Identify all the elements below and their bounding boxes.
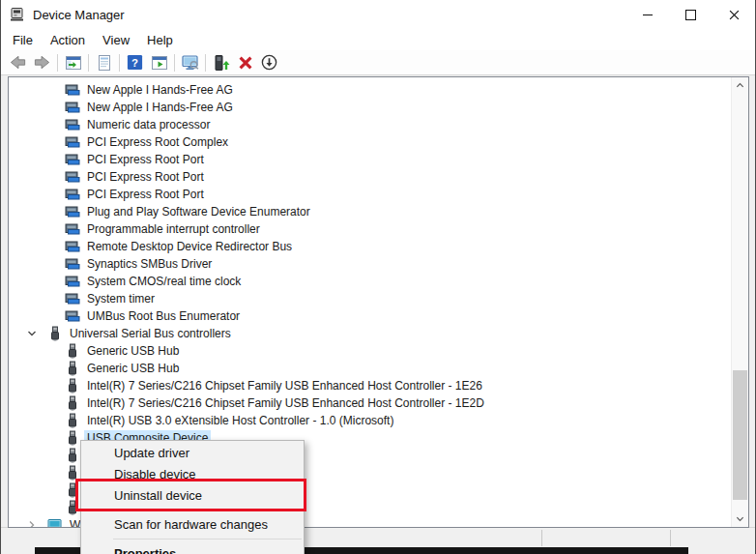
tree-item-label[interactable]: Remote Desktop Device Redirector Bus (84, 239, 295, 254)
tree-item-label[interactable]: Plug and Play Software Device Enumerator (84, 204, 313, 219)
system-device-icon (65, 221, 80, 237)
tree-item[interactable]: Generic USB Hub (9, 360, 732, 377)
scroll-down-button[interactable] (732, 510, 748, 527)
system-device-icon (65, 134, 80, 150)
toolbar-separator (119, 54, 120, 72)
forward-icon (33, 53, 51, 72)
tree-item-label[interactable]: Generic USB Hub (84, 343, 182, 359)
back-icon (9, 53, 27, 72)
help-icon: ? (126, 53, 144, 72)
tree-item-label[interactable]: PCI Express Root Port (84, 169, 207, 185)
chevron-down-icon[interactable] (26, 328, 38, 339)
uninstall-button[interactable] (233, 52, 257, 73)
usb-device-icon (65, 482, 80, 498)
system-device-icon (65, 239, 80, 254)
chevron-right-icon[interactable] (26, 519, 38, 528)
help-button[interactable]: ? (123, 52, 147, 73)
computer-search-icon (181, 53, 200, 73)
properties-button[interactable] (92, 52, 116, 73)
tree-item-label[interactable]: UMBus Root Bus Enumerator (84, 308, 243, 324)
tree-item[interactable]: System CMOS/real time clock (9, 273, 732, 290)
tree-item-label[interactable]: Universal Serial Bus controllers (67, 326, 234, 341)
context-menu-item-scan-for-hardware-changes[interactable]: Scan for hardware changes (81, 514, 304, 536)
tree-item[interactable]: Intel(R) 7 Series/C216 Chipset Family US… (9, 394, 732, 412)
tree-item[interactable]: PCI Express Root Port (9, 151, 732, 168)
context-menu-separator (113, 539, 302, 539)
context-menu-item-update-driver[interactable]: Update driver (81, 443, 304, 464)
tree-item-label[interactable]: Intel(R) 7 Series/C216 Chipset Family US… (84, 378, 485, 394)
console-tree-button[interactable] (61, 52, 85, 73)
tree-item[interactable]: Remote Desktop Device Redirector Bus (9, 238, 732, 255)
scroll-up-button[interactable] (732, 77, 748, 94)
status-divider (541, 530, 542, 546)
tree-item[interactable]: PCI Express Root Complex (9, 133, 732, 151)
tree-item-label[interactable]: PCI Express Root Port (84, 152, 207, 167)
context-menu-item-properties[interactable]: Properties (81, 543, 304, 554)
close-button[interactable] (712, 0, 756, 29)
system-device-icon (65, 152, 80, 167)
tree-item[interactable]: Intel(R) USB 3.0 eXtensible Host Control… (9, 412, 732, 429)
tree-item[interactable]: Generic USB Hub (9, 342, 732, 360)
tree-item[interactable]: Synaptics SMBus Driver (9, 255, 732, 273)
back-button[interactable] (6, 52, 30, 73)
tree-item[interactable]: Plug and Play Software Device Enumerator (9, 203, 732, 220)
menu-action[interactable]: Action (42, 31, 94, 49)
minimize-icon (643, 15, 653, 15)
title-bar: Device Manager (0, 0, 756, 29)
system-device-icon (65, 82, 80, 98)
system-device-icon (65, 291, 80, 306)
menu-bar: FileActionViewHelp (0, 29, 756, 50)
tree-item-label[interactable]: Intel(R) 7 Series/C216 Chipset Family US… (84, 395, 487, 411)
update-driver-button[interactable] (209, 52, 233, 73)
usb-device-icon (65, 430, 80, 446)
disable-device-button[interactable] (257, 52, 281, 73)
menu-view[interactable]: View (94, 31, 138, 49)
scrollbar-thumb[interactable] (733, 370, 747, 500)
device-manager-app-icon (10, 7, 25, 22)
forward-button[interactable] (30, 52, 54, 73)
context-menu-separator (113, 510, 302, 510)
tree-item-label[interactable]: New Apple I Hands-Free AG (84, 100, 236, 115)
toolbar: ? (0, 50, 756, 75)
tree-item[interactable]: Numeric data processor (9, 116, 732, 133)
tree-item[interactable]: New Apple I Hands-Free AG (9, 81, 732, 99)
tree-item-label[interactable]: PCI Express Root Complex (84, 134, 231, 150)
tree-item-label[interactable]: PCI Express Root Port (84, 187, 207, 202)
tree-item-label[interactable]: Generic USB Hub (84, 361, 182, 376)
tree-item-label[interactable]: Intel(R) USB 3.0 eXtensible Host Control… (84, 413, 396, 428)
context-menu-item-disable-device[interactable]: Disable device (81, 464, 304, 485)
toolbar-separator (174, 54, 175, 72)
system-device-icon (65, 187, 80, 202)
context-menu-item-uninstall-device[interactable]: Uninstall device (81, 485, 304, 507)
maximize-button[interactable] (669, 0, 712, 29)
usb-device-icon (47, 326, 63, 341)
computer-search-button[interactable] (178, 52, 202, 73)
tree-item[interactable]: UMBus Root Bus Enumerator (9, 307, 732, 325)
tree-item-label[interactable]: New Apple I Hands-Free AG (84, 82, 236, 98)
tree-item-label[interactable]: Programmable interrupt controller (84, 221, 263, 237)
usb-device-icon (65, 413, 80, 428)
tree-item-label[interactable]: Numeric data processor (84, 117, 213, 132)
tree-item[interactable]: PCI Express Root Port (9, 186, 732, 203)
action-pane-icon (150, 53, 169, 73)
minimize-button[interactable] (625, 0, 669, 29)
tree-item[interactable]: Programmable interrupt controller (9, 220, 732, 238)
tree-item-label[interactable]: System CMOS/real time clock (84, 274, 244, 289)
system-device-icon (65, 308, 80, 324)
menu-help[interactable]: Help (138, 31, 182, 49)
tree-item[interactable]: System timer (9, 290, 732, 307)
tree-item[interactable]: Intel(R) 7 Series/C216 Chipset Family US… (9, 377, 732, 394)
tree-item[interactable]: Universal Serial Bus controllers (9, 325, 732, 342)
action-pane-button[interactable] (147, 52, 171, 73)
tree-item-label[interactable]: System timer (84, 291, 158, 306)
system-device-icon (65, 204, 80, 219)
tree-item[interactable]: New Apple I Hands-Free AG (9, 99, 732, 116)
tree-item[interactable]: PCI Express Root Port (9, 168, 732, 186)
usb-device-icon (65, 465, 80, 481)
usb-device-icon (65, 343, 80, 359)
menu-file[interactable]: File (4, 31, 42, 49)
svg-text:?: ? (131, 57, 138, 69)
vertical-scrollbar[interactable] (731, 77, 748, 527)
chevron-down-icon (736, 514, 744, 523)
tree-item-label[interactable]: Synaptics SMBus Driver (84, 256, 215, 272)
